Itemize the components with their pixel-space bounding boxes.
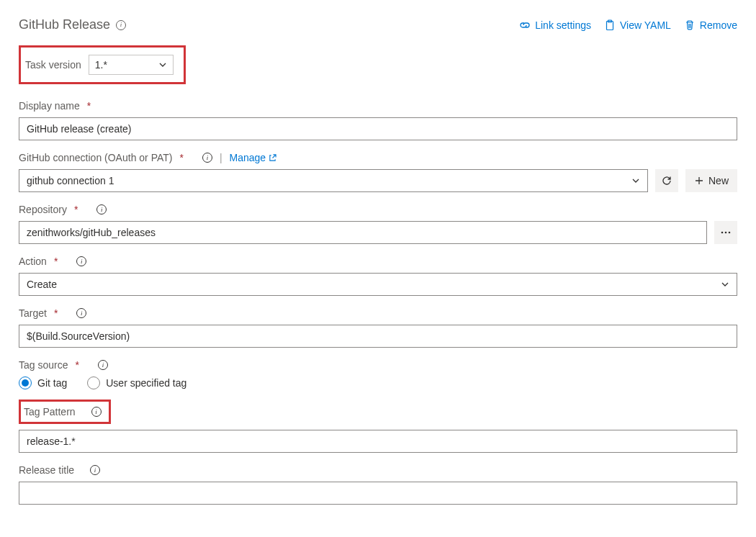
- info-icon[interactable]: i: [98, 360, 108, 370]
- github-connection-value: github connection 1: [27, 175, 114, 186]
- radio-user-tag[interactable]: User specified tag: [87, 376, 186, 389]
- required-marker: *: [54, 307, 58, 319]
- chevron-down-icon: [721, 280, 729, 289]
- clipboard-icon: [604, 19, 616, 31]
- svg-point-3: [725, 232, 727, 234]
- svg-point-4: [729, 232, 731, 234]
- chevron-down-icon: [158, 60, 167, 69]
- link-settings-button[interactable]: Link settings: [519, 19, 591, 31]
- tag-pattern-input[interactable]: [19, 430, 737, 453]
- info-icon[interactable]: i: [96, 204, 107, 215]
- chevron-down-icon: [631, 176, 640, 185]
- page-title-text: GitHub Release: [19, 17, 110, 32]
- release-title-input[interactable]: [19, 482, 737, 505]
- info-icon[interactable]: i: [76, 256, 86, 266]
- release-title-label: Release title: [19, 464, 74, 476]
- refresh-button[interactable]: [655, 169, 678, 192]
- target-field: Target * i: [19, 307, 737, 348]
- header-actions: Link settings View YAML Remove: [519, 19, 737, 31]
- link-icon: [519, 19, 531, 31]
- tag-source-field: Tag source * i Git tag User specified ta…: [19, 359, 737, 389]
- task-version-highlight: Task version 1.*: [19, 45, 186, 84]
- github-connection-label: GitHub connection (OAuth or PAT): [19, 152, 172, 163]
- view-yaml-button[interactable]: View YAML: [604, 19, 671, 31]
- task-version-value: 1.*: [95, 59, 107, 71]
- refresh-icon: [661, 175, 672, 186]
- manage-label: Manage: [230, 152, 266, 163]
- display-name-input[interactable]: [19, 117, 737, 140]
- view-yaml-label: View YAML: [620, 19, 671, 31]
- display-name-label: Display name: [19, 100, 80, 112]
- new-label: New: [708, 175, 729, 186]
- action-value: Create: [27, 279, 57, 290]
- info-icon[interactable]: i: [90, 465, 100, 475]
- manage-link[interactable]: Manage: [230, 152, 277, 163]
- external-link-icon: [269, 154, 276, 162]
- required-marker: *: [54, 256, 58, 267]
- tag-pattern-label: Tag Pattern: [24, 406, 76, 418]
- display-name-field: Display name *: [19, 100, 737, 140]
- action-field: Action * i Create: [19, 256, 737, 296]
- info-icon[interactable]: i: [202, 153, 212, 163]
- required-marker: *: [74, 204, 78, 215]
- task-version-label: Task version: [25, 59, 81, 71]
- plus-icon: [694, 176, 704, 186]
- radio-git-tag[interactable]: Git tag: [19, 376, 67, 389]
- more-icon: [720, 230, 732, 235]
- info-icon[interactable]: i: [116, 20, 126, 30]
- header-row: GitHub Release i Link settings View YAML…: [19, 17, 737, 32]
- radio-user-tag-label: User specified tag: [106, 377, 186, 389]
- required-marker: *: [75, 359, 78, 371]
- tag-pattern-field: Tag Pattern i: [19, 400, 737, 453]
- action-label: Action: [19, 256, 47, 267]
- target-label: Target: [19, 307, 47, 319]
- new-connection-button[interactable]: New: [685, 169, 737, 192]
- required-marker: *: [87, 100, 91, 112]
- required-marker: *: [179, 152, 183, 163]
- repository-field: Repository * i: [19, 204, 737, 244]
- svg-point-2: [721, 232, 724, 234]
- task-version-select[interactable]: 1.*: [89, 55, 174, 75]
- repository-input[interactable]: [19, 221, 707, 244]
- remove-button[interactable]: Remove: [684, 19, 737, 31]
- tag-pattern-highlight: Tag Pattern i: [19, 400, 111, 424]
- action-select[interactable]: Create: [19, 273, 737, 296]
- trash-icon: [684, 19, 696, 31]
- browse-repository-button[interactable]: [714, 221, 737, 244]
- github-connection-field: GitHub connection (OAuth or PAT) * i | M…: [19, 152, 737, 192]
- info-icon[interactable]: i: [91, 407, 102, 417]
- radio-circle-checked: [19, 376, 32, 389]
- page-title: GitHub Release i: [19, 17, 126, 32]
- github-connection-select[interactable]: github connection 1: [19, 169, 648, 192]
- tag-source-label: Tag source: [19, 359, 68, 371]
- release-title-field: Release title i: [19, 464, 737, 505]
- separator: |: [220, 152, 222, 163]
- repository-label: Repository: [19, 204, 67, 215]
- radio-git-tag-label: Git tag: [37, 377, 67, 389]
- info-icon[interactable]: i: [76, 308, 86, 318]
- radio-circle: [87, 376, 100, 389]
- link-settings-label: Link settings: [535, 19, 591, 31]
- remove-label: Remove: [700, 19, 737, 31]
- target-input[interactable]: [19, 325, 737, 348]
